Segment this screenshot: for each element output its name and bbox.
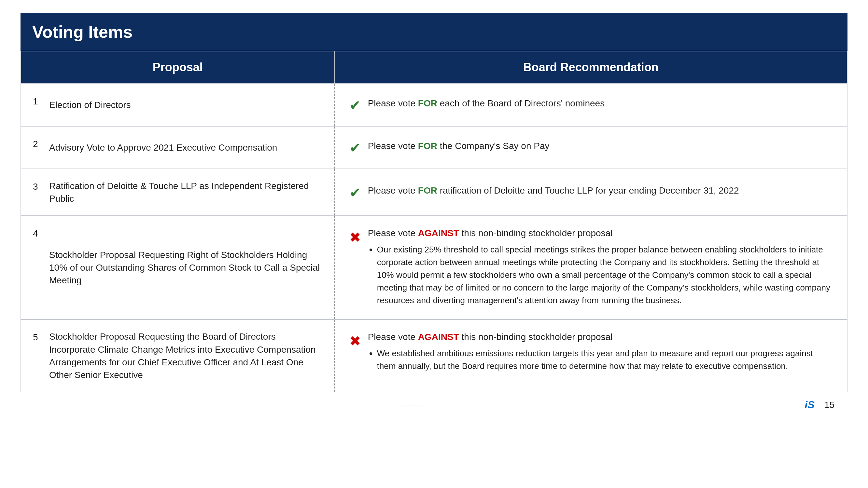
proposal-number-4: 4 xyxy=(33,226,43,240)
table-row: 4Stockholder Proposal Requesting Right o… xyxy=(21,215,847,319)
proposal-number-3: 3 xyxy=(33,180,43,193)
proposal-cell-2: 2Advisory Vote to Approve 2021 Executive… xyxy=(21,127,335,168)
rec-content-4: Please vote AGAINST this non-binding sto… xyxy=(368,226,833,309)
proposal-text-3: Ratification of Deloitte & Touche LLP as… xyxy=(49,180,323,205)
checkmark-icon: ✔ xyxy=(349,138,361,158)
rec-bullet-4-1: Our existing 25% threshold to call speci… xyxy=(377,243,833,307)
rec-content-5: Please vote AGAINST this non-binding sto… xyxy=(368,330,833,375)
table-row: 2Advisory Vote to Approve 2021 Executive… xyxy=(21,126,847,168)
proposal-number-1: 1 xyxy=(33,94,43,108)
rec-main-text-2: Please vote FOR the Company's Say on Pay xyxy=(368,139,833,153)
table-row: 5Stockholder Proposal Requesting the Boa… xyxy=(21,319,847,392)
recommendation-cell-3: ✔Please vote FOR ratification of Deloitt… xyxy=(335,169,847,215)
footer-page-number: 15 xyxy=(825,400,834,410)
proposal-cell-5: 5Stockholder Proposal Requesting the Boa… xyxy=(21,320,335,392)
proposal-cell-1: 1Election of Directors xyxy=(21,84,335,126)
proposal-text-1: Election of Directors xyxy=(49,99,323,111)
proposal-number-5: 5 xyxy=(33,330,43,344)
checkmark-icon: ✔ xyxy=(349,95,361,116)
rec-main-text-4: Please vote AGAINST this non-binding sto… xyxy=(368,226,833,240)
rec-bullets-5: We established ambitious emissions reduc… xyxy=(368,347,833,372)
cross-icon: ✖ xyxy=(349,331,361,351)
voting-table: Proposal Board Recommendation 1Election … xyxy=(21,51,847,392)
rec-keyword-4: AGAINST xyxy=(418,228,459,238)
recommendation-cell-2: ✔Please vote FOR the Company's Say on Pa… xyxy=(335,127,847,168)
rec-keyword-1: FOR xyxy=(418,98,437,108)
title-bar: Voting Items xyxy=(21,13,847,51)
recommendation-cell-4: ✖Please vote AGAINST this non-binding st… xyxy=(335,216,847,319)
proposal-cell-3: 3Ratification of Deloitte & Touche LLP a… xyxy=(21,169,335,215)
recommendation-cell-1: ✔Please vote FOR each of the Board of Di… xyxy=(335,84,847,126)
rec-content-2: Please vote FOR the Company's Say on Pay xyxy=(368,139,833,156)
rec-content-1: Please vote FOR each of the Board of Dir… xyxy=(368,97,833,113)
page-container: Voting Items Proposal Board Recommendati… xyxy=(21,13,847,417)
rec-keyword-3: FOR xyxy=(418,186,437,196)
proposal-number-2: 2 xyxy=(33,137,43,150)
footer-dots: -------- xyxy=(34,401,795,409)
rec-bullet-5-1: We established ambitious emissions reduc… xyxy=(377,347,833,372)
table-row: 1Election of Directors✔Please vote FOR e… xyxy=(21,83,847,126)
rec-content-3: Please vote FOR ratification of Deloitte… xyxy=(368,184,833,201)
footer: -------- iS 15 xyxy=(21,392,847,417)
recommendation-header: Board Recommendation xyxy=(335,52,847,83)
proposal-text-2: Advisory Vote to Approve 2021 Executive … xyxy=(49,141,323,154)
footer-logo: iS xyxy=(805,399,815,411)
table-row: 3Ratification of Deloitte & Touche LLP a… xyxy=(21,168,847,215)
rec-keyword-2: FOR xyxy=(418,141,437,151)
table-body: 1Election of Directors✔Please vote FOR e… xyxy=(21,83,847,392)
proposal-text-4: Stockholder Proposal Requesting Right of… xyxy=(49,249,323,287)
checkmark-icon: ✔ xyxy=(349,183,361,203)
proposal-text-5: Stockholder Proposal Requesting the Boar… xyxy=(49,330,323,381)
rec-main-text-1: Please vote FOR each of the Board of Dir… xyxy=(368,97,833,110)
rec-bullets-4: Our existing 25% threshold to call speci… xyxy=(368,243,833,307)
rec-keyword-5: AGAINST xyxy=(418,332,459,342)
proposal-header: Proposal xyxy=(21,52,335,83)
rec-main-text-5: Please vote AGAINST this non-binding sto… xyxy=(368,330,833,344)
proposal-cell-4: 4Stockholder Proposal Requesting Right o… xyxy=(21,216,335,319)
page-title: Voting Items xyxy=(32,22,836,42)
table-header: Proposal Board Recommendation xyxy=(21,52,847,83)
recommendation-cell-5: ✖Please vote AGAINST this non-binding st… xyxy=(335,320,847,392)
rec-main-text-3: Please vote FOR ratification of Deloitte… xyxy=(368,184,833,197)
cross-icon: ✖ xyxy=(349,227,361,248)
